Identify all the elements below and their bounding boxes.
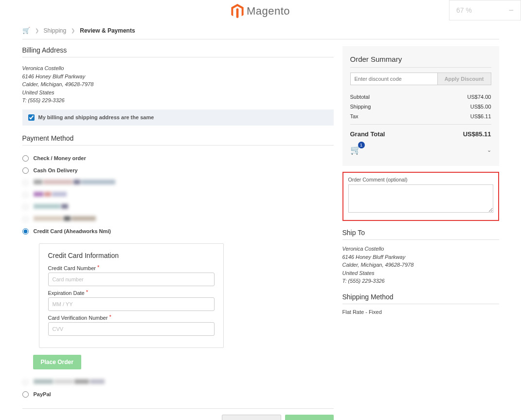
- zoom-indicator[interactable]: 67 % −: [449, 0, 521, 20]
- payment-cod-label: Cash On Delivery: [34, 167, 78, 173]
- payment-obscured-3: [22, 201, 334, 213]
- same-address-row[interactable]: My billing and shipping address are the …: [22, 110, 334, 126]
- payment-cod[interactable]: Cash On Delivery: [22, 164, 334, 177]
- shipping-value: US$5.00: [470, 104, 491, 110]
- apply-discount-button[interactable]: Apply Discount: [438, 73, 491, 85]
- logo: Magento: [231, 4, 290, 18]
- payment-check[interactable]: Check / Money order: [22, 152, 334, 164]
- shipping-method-value: Flat Rate - Fixed: [342, 309, 499, 315]
- cc-cvv-label: Card Verification Number *: [48, 315, 215, 321]
- billing-street: 6146 Honey Bluff Parkway: [22, 73, 334, 81]
- shipto-name: Veronica Costello: [342, 245, 499, 253]
- breadcrumb-shipping[interactable]: Shipping: [44, 27, 67, 34]
- zoom-value: 67 %: [456, 6, 472, 14]
- payment-check-label: Check / Money order: [34, 155, 86, 161]
- payment-cc-nmi[interactable]: Credit Card (Aheadworks Nmi): [22, 225, 334, 237]
- breadcrumb: 🛒 ❯ Shipping ❯ Review & Payments: [22, 22, 499, 39]
- order-summary-title: Order Summary: [350, 55, 491, 68]
- payment-cc-nmi-radio[interactable]: [22, 228, 29, 235]
- ship-to-address: Veronica Costello 6146 Honey Bluff Parkw…: [342, 245, 499, 285]
- chevron-right-icon: ❯: [71, 28, 75, 33]
- cart-step-icon[interactable]: 🛒: [22, 27, 30, 34]
- payment-method-title: Payment Method: [22, 134, 334, 146]
- same-address-label: My billing and shipping address are the …: [38, 114, 154, 120]
- grand-total-value: US$85.11: [463, 130, 491, 138]
- zoom-minus-icon[interactable]: −: [508, 5, 514, 16]
- billing-address-title: Billing Address: [22, 46, 334, 57]
- shipto-country: United States: [342, 269, 499, 277]
- cart-count-badge: 1: [358, 142, 365, 148]
- chevron-down-icon[interactable]: ⌄: [487, 147, 491, 153]
- payment-paypal-radio[interactable]: [22, 391, 29, 398]
- grand-total-label: Grand Total: [350, 130, 385, 138]
- cc-cvv-input[interactable]: [48, 322, 215, 336]
- back-to-shipping-button[interactable]: Back to shipping: [222, 415, 281, 420]
- payment-obscured-2: [22, 189, 334, 201]
- payment-obscured-4: [22, 213, 334, 225]
- logo-text: Magento: [247, 5, 290, 18]
- ship-to-title: Ship To: [342, 229, 499, 240]
- order-comment-label: Order Comment (optional): [348, 177, 493, 183]
- shipto-phone: T: (555) 229-3326: [342, 277, 499, 285]
- billing-address: Veronica Costello 6146 Honey Bluff Parkw…: [22, 64, 334, 105]
- billing-name: Veronica Costello: [22, 64, 334, 73]
- shipping-method-title: Shipping Method: [342, 293, 499, 304]
- tax-label: Tax: [350, 113, 359, 119]
- subtotal-label: Subtotal: [350, 94, 370, 100]
- payment-cc-nmi-label: Credit Card (Aheadworks Nmi): [34, 228, 111, 234]
- credit-card-form: Credit Card Information Credit Card Numb…: [39, 243, 224, 348]
- shipto-city: Calder, Michigan, 49628-7978: [342, 261, 499, 269]
- same-address-checkbox[interactable]: [28, 114, 35, 121]
- billing-city: Calder, Michigan, 49628-7978: [22, 80, 334, 89]
- shipto-street: 6146 Honey Bluff Parkway: [342, 253, 499, 261]
- magento-logo-icon: [231, 4, 244, 18]
- cc-number-input[interactable]: [48, 273, 215, 286]
- payment-check-radio[interactable]: [22, 155, 29, 162]
- payment-obscured-1: [22, 177, 334, 189]
- cc-exp-label: Expiration Date *: [48, 290, 215, 296]
- order-comment-textarea[interactable]: [348, 184, 493, 213]
- tax-value: US$6.11: [470, 113, 491, 119]
- cc-number-label: Credit Card Number *: [48, 265, 215, 271]
- billing-phone: T: (555) 229-3326: [22, 96, 334, 105]
- cart-items-toggle[interactable]: 🛒1: [350, 145, 361, 155]
- cc-exp-input[interactable]: [48, 297, 215, 311]
- shipping-label: Shipping: [350, 104, 371, 110]
- payment-cod-radio[interactable]: [22, 167, 29, 174]
- payment-paypal[interactable]: PayPal: [22, 388, 334, 401]
- place-order-button[interactable]: Place Order: [285, 415, 333, 420]
- chevron-right-icon: ❯: [35, 28, 39, 33]
- billing-country: United States: [22, 89, 334, 97]
- payment-paypal-label: PayPal: [34, 391, 51, 397]
- place-order-button-inner[interactable]: Place Order: [33, 355, 81, 369]
- cc-form-title: Credit Card Information: [48, 252, 215, 259]
- subtotal-value: US$74.00: [467, 94, 491, 100]
- discount-code-input[interactable]: [350, 73, 438, 85]
- payment-obscured-5: [22, 376, 334, 388]
- breadcrumb-review: Review & Payments: [80, 27, 135, 34]
- order-comment-box: Order Comment (optional): [342, 172, 499, 221]
- order-summary: Order Summary Apply Discount SubtotalUS$…: [342, 46, 499, 166]
